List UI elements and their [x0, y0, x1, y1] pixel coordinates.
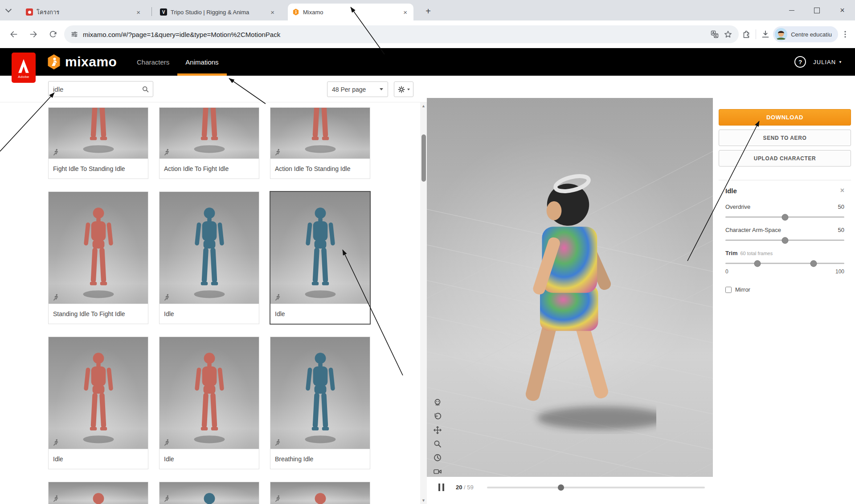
animation-thumbnail[interactable]	[270, 108, 370, 159]
armspace-thumb[interactable]	[781, 237, 788, 244]
user-menu[interactable]: JULIAN ▼	[813, 59, 843, 65]
scroll-down-icon[interactable]: ▼	[420, 497, 427, 504]
animation-card[interactable]: Action Idle To Standing Idle	[270, 107, 370, 179]
animation-card[interactable]	[159, 482, 259, 504]
animation-card[interactable]	[48, 482, 148, 504]
profile-name: Centre educatiu	[791, 31, 832, 38]
animation-thumbnail[interactable]	[160, 108, 259, 159]
per-page-select[interactable]: 48 Per page	[327, 81, 388, 97]
zoom-icon[interactable]	[432, 439, 443, 449]
browser-tab-1[interactable]: โครงการ ×	[21, 4, 147, 20]
run-icon	[52, 439, 60, 446]
animation-thumbnail[interactable]	[270, 482, 370, 504]
animation-thumbnail[interactable]	[160, 192, 259, 304]
tab-close-icon[interactable]: ×	[401, 8, 409, 16]
downloads-icon[interactable]	[761, 29, 770, 39]
animation-thumbnail[interactable]	[160, 482, 259, 504]
mannequin-figure	[73, 488, 124, 504]
skull-icon[interactable]	[432, 397, 443, 408]
search-input[interactable]	[49, 85, 142, 93]
animation-card[interactable]	[270, 482, 370, 504]
adobe-word: Adobe	[18, 75, 29, 79]
animation-card[interactable]: Standing Idle To Fight Idle	[48, 191, 148, 324]
clock-icon[interactable]	[432, 452, 443, 463]
armspace-slider[interactable]	[725, 240, 844, 241]
download-button[interactable]: DOWNLOAD	[719, 109, 851, 126]
address-bar[interactable]: mixamo.com/#/?page=1&query=idle&type=Mot…	[64, 25, 739, 43]
pan-move-icon[interactable]	[432, 425, 443, 435]
animation-card[interactable]: Action Idle To Fight Idle	[159, 107, 259, 179]
new-tab-button[interactable]: +	[421, 4, 435, 18]
video-camera-icon[interactable]	[432, 466, 443, 477]
panel-close-icon[interactable]: ×	[840, 187, 844, 195]
animation-thumbnail[interactable]	[270, 192, 370, 304]
animation-thumbnail[interactable]	[270, 337, 370, 449]
trim-start-thumb[interactable]	[754, 260, 761, 267]
overdrive-thumb[interactable]	[781, 214, 788, 220]
current-frame: 20	[456, 484, 462, 491]
site-settings-icon[interactable]	[70, 30, 78, 38]
browser-tab-mixamo-active[interactable]: Mixamo ×	[288, 4, 413, 20]
viewport-3d[interactable]	[427, 98, 713, 477]
trim-slider[interactable]	[725, 263, 844, 264]
animation-thumbnail[interactable]	[49, 108, 148, 159]
url-text[interactable]: mixamo.com/#/?page=1&query=idle&type=Mot…	[83, 31, 706, 38]
bookmark-star-icon[interactable]	[724, 30, 732, 39]
back-button[interactable]	[5, 26, 22, 43]
timeline-thumb[interactable]	[558, 484, 564, 491]
animation-thumbnail[interactable]	[49, 482, 148, 504]
forward-button[interactable]	[25, 26, 42, 43]
browser-toolbar: mixamo.com/#/?page=1&query=idle&type=Mot…	[0, 20, 855, 48]
tab-search-button[interactable]	[4, 6, 12, 14]
tab2-favicon: V	[160, 8, 167, 16]
send-to-aero-button[interactable]: SEND TO AERO	[719, 130, 851, 146]
window-close-button[interactable]: ×	[830, 0, 855, 20]
overdrive-slider[interactable]	[725, 216, 844, 218]
search-icon	[142, 85, 149, 93]
animation-card[interactable]: Idle	[159, 191, 259, 324]
window-minimize-button[interactable]	[779, 0, 804, 20]
mixamo-logo[interactable]: mixamo	[47, 48, 117, 76]
overdrive-value: 50	[838, 203, 844, 210]
scroll-up-icon[interactable]: ▲	[420, 102, 427, 110]
mannequin-figure	[73, 108, 124, 156]
animation-card[interactable]: Breathing Idle	[270, 337, 370, 469]
animation-thumbnail[interactable]	[49, 192, 148, 304]
nav-animations[interactable]: Animations	[177, 48, 226, 76]
timeline-slider[interactable]	[487, 487, 705, 488]
browser-tab-2[interactable]: V Tripo Studio | Rigging & Anima ×	[155, 4, 281, 20]
animation-card[interactable]: Idle	[159, 337, 259, 469]
window-maximize-button[interactable]	[804, 0, 830, 20]
animation-thumbnail[interactable]	[49, 337, 148, 449]
mixamo-hexagon-icon	[47, 54, 61, 69]
animation-thumbnail[interactable]	[160, 337, 259, 449]
profile-chip[interactable]: Centre educatiu	[773, 26, 838, 42]
grid-scrollbar[interactable]: ▲ ▼	[420, 102, 427, 504]
tab3-favicon-mixamo	[292, 8, 299, 16]
upload-character-button[interactable]: UPLOAD CHARACTER	[719, 150, 851, 167]
extensions-puzzle-icon[interactable]	[741, 29, 751, 39]
animation-card[interactable]: Fight Idle To Standing Idle	[48, 107, 148, 179]
reset-view-icon[interactable]	[432, 411, 443, 422]
mannequin-figure	[295, 202, 346, 301]
character-model	[476, 154, 656, 434]
animation-card[interactable]: Idle	[270, 191, 370, 324]
run-icon	[163, 293, 171, 301]
animation-card-label: Action Idle To Standing Idle	[270, 159, 370, 179]
trim-end-thumb[interactable]	[810, 260, 817, 267]
kebab-menu-icon[interactable]	[841, 29, 850, 39]
tab-close-icon[interactable]: ×	[135, 8, 142, 16]
nav-characters[interactable]: Characters	[129, 48, 177, 76]
scrollbar-thumb[interactable]	[421, 134, 426, 182]
reload-button[interactable]	[45, 26, 61, 43]
animation-card[interactable]: Idle	[48, 337, 148, 469]
animation-card-label: Fight Idle To Standing Idle	[49, 159, 148, 179]
animation-results-panel: Fight Idle To Standing Idle	[0, 102, 427, 504]
tab-close-icon[interactable]: ×	[269, 8, 276, 16]
translate-icon[interactable]	[710, 30, 719, 39]
help-button[interactable]: ?	[794, 56, 806, 68]
mirror-checkbox[interactable]	[725, 287, 732, 293]
search-box[interactable]	[48, 81, 153, 97]
pause-button[interactable]	[438, 484, 444, 491]
settings-gear-button[interactable]	[394, 81, 413, 97]
